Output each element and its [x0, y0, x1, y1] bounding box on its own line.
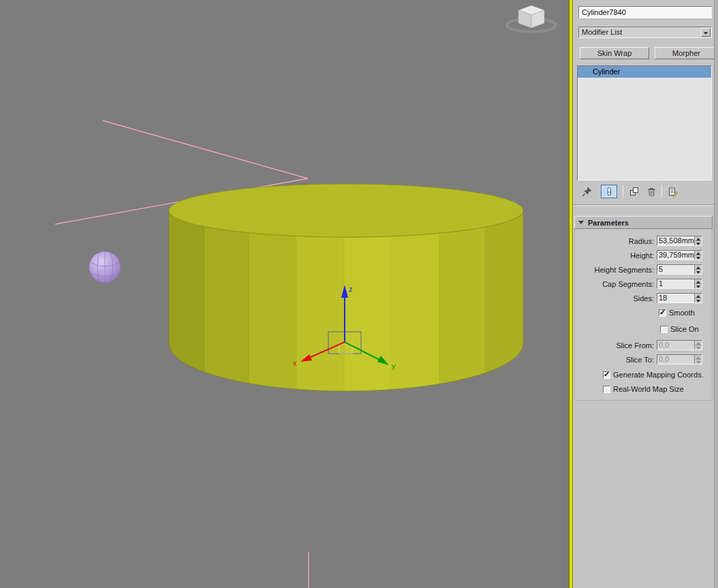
slice-on-row: Slice On	[660, 325, 699, 333]
remove-modifier-icon[interactable]	[644, 185, 659, 198]
smooth-label: Smooth	[669, 309, 695, 317]
rollout-title: Parameters	[588, 219, 629, 227]
real-world-row: Real-World Map Size	[603, 385, 684, 393]
generate-mapping-checkbox[interactable]	[603, 371, 610, 379]
height-label: Height:	[574, 251, 657, 260]
toolbar-divider	[623, 185, 623, 198]
cap-segments-spinner[interactable]	[694, 279, 702, 288]
cylinder-object[interactable]	[169, 184, 523, 391]
application-window: z x y Modifier List	[0, 0, 718, 588]
parameters-rollout-header[interactable]: Parameters	[574, 216, 713, 229]
stack-toolbar	[577, 183, 712, 200]
radius-spinner[interactable]	[694, 236, 702, 245]
slice-from-spinner	[694, 341, 702, 350]
chevron-down-icon[interactable]	[701, 28, 711, 37]
radius-value[interactable]: 53,508mm	[657, 236, 694, 245]
slice-on-label: Slice On	[670, 325, 699, 333]
real-world-checkbox[interactable]	[603, 386, 610, 393]
stack-item-cylinder[interactable]: Cylinder	[578, 66, 711, 78]
height-spinner[interactable]	[694, 251, 702, 260]
generate-mapping-label: Generate Mapping Coords.	[613, 371, 704, 379]
sides-label: Sides:	[574, 294, 657, 303]
sides-spinner[interactable]	[694, 294, 702, 303]
real-world-label: Real-World Map Size	[613, 385, 684, 393]
smooth-row: Smooth	[659, 309, 695, 317]
slice-to-label: Slice To:	[574, 356, 657, 364]
cylinder-top-face[interactable]	[169, 184, 523, 237]
slice-from-field: 0,0	[657, 340, 702, 350]
modifier-list-dropdown[interactable]: Modifier List	[578, 27, 712, 38]
height-segments-value[interactable]: 5	[657, 265, 694, 274]
viewport-scene: z x y	[0, 0, 569, 588]
slice-to-value: 0,0	[657, 355, 694, 364]
toolbar-divider	[661, 185, 662, 198]
slice-to-spinner	[694, 355, 702, 364]
generate-mapping-row: Generate Mapping Coords.	[603, 371, 704, 379]
radius-field[interactable]: 53,508mm	[657, 236, 702, 246]
modifier-stack-list[interactable]: Cylinder	[577, 65, 712, 181]
cylinder-side[interactable]	[169, 211, 523, 391]
radius-label: Radius:	[574, 237, 657, 245]
modifier-list-label: Modifier List	[579, 27, 701, 37]
height-field[interactable]: 39,759mm	[657, 250, 702, 260]
height-segments-field[interactable]: 5	[657, 264, 702, 275]
param-row-height-segments: Height Segments: 5	[574, 264, 713, 275]
panel-scrollbar[interactable]	[714, 0, 718, 588]
skin-wrap-button[interactable]: Skin Wrap	[580, 47, 649, 59]
param-row-radius: Radius: 53,508mm	[574, 235, 713, 247]
show-end-result-icon[interactable]	[601, 185, 617, 198]
slice-on-checkbox[interactable]	[660, 326, 668, 333]
gizmo-x-label: x	[293, 359, 297, 367]
cap-segments-value[interactable]: 1	[657, 279, 694, 288]
sides-value[interactable]: 18	[657, 294, 694, 303]
morpher-button[interactable]: Morpher	[655, 47, 718, 59]
slice-to-field: 0,0	[657, 354, 702, 365]
height-segments-spinner[interactable]	[694, 265, 702, 274]
gizmo-z-label: z	[349, 285, 353, 293]
cap-segments-field[interactable]: 1	[657, 279, 702, 289]
command-panel: Modifier List Skin Wrap Morpher Cylinder	[573, 0, 718, 588]
viewcube[interactable]	[507, 5, 556, 32]
cap-segments-label: Cap Segments:	[574, 280, 657, 288]
make-unique-icon[interactable]	[627, 185, 642, 198]
height-segments-label: Height Segments:	[574, 266, 657, 274]
param-row-height: Height: 39,759mm	[574, 249, 713, 261]
smooth-checkbox[interactable]	[659, 309, 666, 317]
param-row-cap-segments: Cap Segments: 1	[574, 278, 713, 290]
configure-modifier-sets-icon[interactable]	[666, 185, 681, 198]
sides-field[interactable]: 18	[657, 293, 702, 303]
height-value[interactable]: 39,759mm	[657, 251, 694, 260]
param-row-slice-from: Slice From: 0,0	[574, 339, 713, 351]
slice-from-value: 0,0	[657, 341, 694, 350]
sphere-object[interactable]	[89, 251, 121, 283]
pin-stack-icon[interactable]	[580, 185, 595, 198]
object-name-input[interactable]	[578, 6, 712, 18]
panel-divider	[573, 204, 714, 206]
rollout-open-arrow-icon	[578, 221, 584, 224]
gizmo-y-label: y	[392, 362, 396, 370]
viewport[interactable]: z x y	[0, 0, 569, 588]
param-row-slice-to: Slice To: 0,0	[574, 354, 713, 365]
slice-from-label: Slice From:	[574, 341, 657, 350]
param-row-sides: Sides: 18	[574, 292, 713, 304]
